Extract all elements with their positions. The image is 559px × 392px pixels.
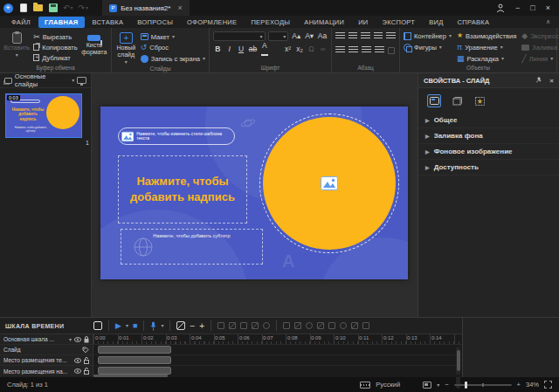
- tab-questions[interactable]: ВОПРОСЫ: [131, 17, 179, 28]
- image-placeholder-icon[interactable]: [321, 176, 338, 190]
- clip-slide[interactable]: [98, 346, 171, 354]
- scrollbar-thumb[interactable]: [457, 350, 460, 371]
- text-style-placeholder[interactable]: Нажмите, чтобы изменить стили шаблона те…: [118, 127, 235, 145]
- copy-button[interactable]: Копировать: [33, 42, 77, 52]
- subtitle-placeholder[interactable]: Нажмите, чтобы добавить субтитр: [121, 229, 263, 265]
- timeline-horizontal-scrollbar[interactable]: [93, 375, 460, 377]
- symbol-button[interactable]: Ω: [307, 45, 315, 53]
- section-background-image[interactable]: ▶Фоновое изображение: [418, 144, 559, 160]
- tag-icon[interactable]: [82, 347, 89, 354]
- duplicate-button[interactable]: Дубликат: [33, 52, 77, 63]
- play-button[interactable]: ▶: [115, 321, 121, 330]
- italic-button[interactable]: I: [224, 45, 233, 53]
- paste-button[interactable]: Вставить ▾: [3, 31, 30, 64]
- scrollbar-thumb[interactable]: [93, 375, 168, 377]
- props-tab-container[interactable]: [450, 94, 464, 107]
- tab-export[interactable]: ЭКСПОРТ: [376, 17, 422, 28]
- split-clip-button[interactable]: [217, 322, 224, 329]
- view-mode-icon[interactable]: [423, 382, 431, 389]
- section-background-fill[interactable]: ▶Заливка фона: [418, 128, 559, 144]
- tab-insert[interactable]: ВСТАВКА: [86, 17, 130, 28]
- delete-clip-button[interactable]: [240, 322, 247, 329]
- line-spacing-button[interactable]: [386, 32, 396, 40]
- microphone-button[interactable]: [150, 321, 156, 331]
- line-button[interactable]: ╱Линия▾: [521, 53, 559, 64]
- layout-button[interactable]: Макет▾: [141, 31, 205, 42]
- unlock-icon[interactable]: [84, 368, 89, 375]
- slides-panel-title[interactable]: Основные слайды: [15, 72, 69, 88]
- zoom-out-timeline-button[interactable]: −: [190, 321, 195, 331]
- tab-view[interactable]: ВИД: [423, 17, 449, 28]
- express-style-button[interactable]: ◆Экспресс-стиль▾: [521, 31, 559, 41]
- props-tab-slide[interactable]: [427, 94, 441, 107]
- decrease-font-icon[interactable]: A▾: [304, 32, 314, 40]
- fill-button[interactable]: Заливка▾: [521, 42, 559, 52]
- strikethrough-button[interactable]: ab: [248, 45, 257, 53]
- tab-home[interactable]: ГЛАВНАЯ: [38, 17, 84, 28]
- unlock-icon[interactable]: [84, 357, 89, 364]
- effect-button[interactable]: [306, 322, 313, 329]
- increase-indent-button[interactable]: [374, 32, 383, 40]
- speed-button[interactable]: [340, 322, 347, 329]
- new-document-button[interactable]: [18, 3, 28, 13]
- close-panel-icon[interactable]: ×: [549, 77, 554, 85]
- section-general[interactable]: ▶Общее: [418, 113, 559, 128]
- tab-ai[interactable]: ИИ: [352, 17, 374, 28]
- font-color-button[interactable]: А: [260, 42, 269, 57]
- interactions-button[interactable]: ★Взаимодействия: [457, 31, 516, 41]
- numbered-list-button[interactable]: [349, 32, 358, 40]
- track-main-timeline[interactable]: Основная шкала ... ▾: [0, 334, 93, 345]
- pin-icon[interactable]: [535, 77, 542, 84]
- shapes-button[interactable]: Фигуры▾: [404, 42, 452, 52]
- underline-button[interactable]: U: [237, 45, 245, 53]
- audio-chart-button[interactable]: [351, 322, 358, 329]
- volume-button[interactable]: [328, 322, 335, 329]
- maximize-button[interactable]: □: [530, 3, 535, 12]
- font-size-select[interactable]: ▾: [268, 31, 289, 41]
- tab-design[interactable]: ОФОРМЛЕНИЕ: [181, 17, 243, 28]
- tab-transitions[interactable]: ПЕРЕХОДЫ: [245, 17, 296, 28]
- arrangement-button[interactable]: ▦Раскладка▾: [457, 53, 516, 64]
- clear-format-icon[interactable]: Aa: [317, 32, 328, 40]
- screen-record-button[interactable]: Запись с экрана▾: [141, 53, 205, 64]
- timeline-ruler[interactable]: 0:00 0:01 0:02 0:03 0:04 0:05 0:06 0:07 …: [93, 334, 462, 345]
- clip-image-placeholder[interactable]: [98, 367, 171, 375]
- zoom-slider[interactable]: [454, 384, 512, 386]
- track-text-placeholder[interactable]: Место размещения те...: [0, 355, 93, 366]
- increase-font-icon[interactable]: A▴: [291, 32, 301, 40]
- close-document-icon[interactable]: ×: [177, 3, 182, 12]
- align-center-button[interactable]: [349, 46, 358, 54]
- visibility-icon[interactable]: [74, 358, 81, 363]
- timeline-vertical-scrollbar[interactable]: [456, 347, 460, 389]
- open-file-button[interactable]: [33, 3, 43, 13]
- new-slide-button[interactable]: + Новый слайд ▾: [115, 31, 137, 65]
- bold-button[interactable]: B: [213, 45, 222, 53]
- user-account-icon[interactable]: [496, 3, 505, 12]
- close-window-button[interactable]: ×: [546, 3, 550, 12]
- subscript-button[interactable]: x₂: [295, 45, 304, 53]
- title-placeholder[interactable]: Нажмите, чтобы добавить надпись: [118, 155, 247, 224]
- fade-button[interactable]: [317, 322, 324, 329]
- collapse-ribbon-icon[interactable]: ∧: [546, 18, 554, 25]
- tab-file[interactable]: ФАЙЛ: [5, 17, 37, 28]
- app-logo-icon[interactable]: ✳: [3, 3, 13, 13]
- track-image-placeholder[interactable]: Место размещения на...: [0, 366, 93, 376]
- timeline-tracks-area[interactable]: 0:00 0:01 0:02 0:03 0:04 0:05 0:06 0:07 …: [93, 334, 462, 376]
- edit-timeline-button[interactable]: [176, 321, 185, 330]
- document-tab[interactable]: Р Без названия2* ×: [102, 0, 190, 16]
- marker-button[interactable]: [283, 322, 290, 329]
- zoom-slider-thumb[interactable]: [465, 382, 467, 389]
- crop-clip-button[interactable]: [252, 322, 259, 329]
- lock-icon[interactable]: [84, 336, 89, 343]
- section-accessibility[interactable]: ▶Доступность: [418, 160, 559, 175]
- visibility-icon[interactable]: [74, 337, 81, 342]
- transition-button[interactable]: [294, 322, 301, 329]
- align-right-button[interactable]: [362, 46, 371, 54]
- save-button[interactable]: [48, 3, 58, 13]
- editor-canvas[interactable]: Нажмите, чтобы изменить стили шаблона те…: [92, 73, 418, 317]
- group-clips-button[interactable]: [263, 322, 270, 329]
- props-tab-effects[interactable]: [473, 94, 487, 107]
- align-justify-button[interactable]: [375, 46, 384, 54]
- fit-to-window-icon[interactable]: [544, 381, 552, 389]
- text-track-button[interactable]: [362, 322, 369, 329]
